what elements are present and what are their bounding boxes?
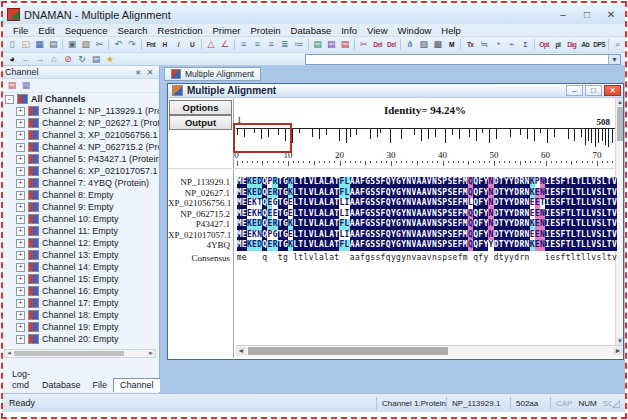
alignment-hscrollbar[interactable]: ◄ ► xyxy=(236,345,623,357)
sequence-name[interactable]: NP_062715.2 xyxy=(168,209,230,220)
scroll-right-icon[interactable]: ► xyxy=(148,350,154,357)
sequence-purple-icon[interactable]: ▤ xyxy=(324,38,338,51)
document-tab[interactable]: Multiple Alignment xyxy=(164,67,261,81)
channel-tree-item[interactable]: +Channel 17: Empty xyxy=(2,297,159,309)
save-channel-icon[interactable]: ▦ xyxy=(19,79,33,92)
menu-item-primer[interactable]: Primer xyxy=(207,24,245,37)
menu-item-info[interactable]: Info xyxy=(336,24,362,37)
cut-sequence-icon[interactable]: ✂ xyxy=(357,38,371,51)
dps-icon[interactable]: DPS xyxy=(592,38,606,51)
align-center-icon[interactable]: ≡ xyxy=(250,38,264,51)
identity-overview-plot[interactable] xyxy=(236,128,617,149)
minimize-button[interactable]: – xyxy=(551,7,575,22)
chevron-down-icon[interactable]: ▼ xyxy=(608,55,620,64)
channel-tree-item[interactable]: +Channel 18: Empty xyxy=(2,309,159,321)
align-right-icon[interactable]: ≡ xyxy=(264,38,278,51)
tree-root-all-channels[interactable]: -All Channels xyxy=(2,93,159,105)
channel-tree-item[interactable]: +Channel 16: Empty xyxy=(2,285,159,297)
tree-expander-icon[interactable]: + xyxy=(16,143,25,152)
channel-tree-item[interactable]: +Channel 1: NP_113929.1 (Protein) xyxy=(2,105,159,117)
channel-tree-item[interactable]: +Channel 5: P43427.1 (Protein) xyxy=(2,153,159,165)
angle-tool-icon[interactable]: ∠ xyxy=(218,38,232,51)
tree-expander-icon[interactable]: + xyxy=(16,275,25,284)
save-file-icon[interactable]: ▦ xyxy=(33,38,47,51)
sequence-name[interactable]: NP_113929.1 xyxy=(168,177,230,188)
options-button[interactable]: Options xyxy=(169,100,232,115)
antibody-icon[interactable]: Ab xyxy=(579,38,593,51)
scroll-right-icon[interactable]: ► xyxy=(613,347,623,355)
font-icon[interactable]: Fnt xyxy=(144,38,158,51)
underline-icon[interactable]: U xyxy=(185,38,199,51)
stop-icon[interactable]: ⊘ xyxy=(61,53,75,66)
phylo-tree-icon[interactable]: ⋔ xyxy=(403,38,417,51)
close-panel-icon[interactable]: ✕ xyxy=(144,68,156,77)
channel-tree-item[interactable]: +Channel 11: Empty xyxy=(2,225,159,237)
channel-tree-item[interactable]: +Channel 12: Empty xyxy=(2,237,159,249)
menu-item-help[interactable]: Help xyxy=(436,24,466,37)
undo-icon[interactable]: ↶ xyxy=(111,38,125,51)
browser-icon[interactable]: ◕ xyxy=(5,53,19,66)
isoelectric-point-icon[interactable]: pI xyxy=(551,38,565,51)
print-icon[interactable]: ▤ xyxy=(46,38,60,51)
tree-expander-icon[interactable]: + xyxy=(16,107,25,116)
channel-tree-item[interactable]: +Channel 10: Empty xyxy=(2,213,159,225)
italic-icon[interactable]: / xyxy=(172,38,186,51)
menu-item-file[interactable]: File xyxy=(8,24,33,37)
tree-expander-icon[interactable]: - xyxy=(5,95,14,104)
scroll-left-icon[interactable]: ◄ xyxy=(236,347,246,355)
tree-expander-icon[interactable]: + xyxy=(16,191,25,200)
tree-expander-icon[interactable]: + xyxy=(16,131,25,140)
home-icon[interactable]: ⌂ xyxy=(47,53,61,66)
export-channel-icon[interactable]: ▤ xyxy=(5,79,19,92)
alignment-window-titlebar[interactable]: Multiple Alignment – □ ✕ xyxy=(168,84,623,98)
panel-tab-database[interactable]: Database xyxy=(36,379,87,392)
forward-icon[interactable]: → xyxy=(33,53,47,66)
translate-icon[interactable]: Tx xyxy=(463,38,477,51)
menu-item-database[interactable]: Database xyxy=(286,24,337,37)
sequence-name[interactable]: XP_021017057.1 xyxy=(168,230,230,241)
scroll-up-icon[interactable]: ▲ xyxy=(616,98,623,106)
channel-tree-item[interactable]: +Channel 9: Empty xyxy=(2,201,159,213)
channel-tree-item[interactable]: +Channel 6: XP_021017057.1 (Prote xyxy=(2,165,159,177)
header-icon[interactable]: H xyxy=(158,38,172,51)
triangle-tool-icon[interactable]: △ xyxy=(204,38,218,51)
resize-grip-icon[interactable]: ◿ xyxy=(612,397,625,410)
tree-expander-icon[interactable]: + xyxy=(16,335,25,344)
maximize-button[interactable]: □ xyxy=(575,7,599,22)
tree-expander-icon[interactable]: + xyxy=(16,155,25,164)
copy-icon[interactable]: ▣ xyxy=(65,38,79,51)
back-icon[interactable]: ← xyxy=(19,53,33,66)
analysis-icon[interactable]: Σ xyxy=(518,38,532,51)
primer-icon[interactable]: ⌁ xyxy=(505,38,519,51)
panel-tab-channel[interactable]: Channel xyxy=(113,378,161,392)
optimize-icon[interactable]: Opt xyxy=(537,38,551,51)
tree-expander-icon[interactable]: + xyxy=(16,251,25,260)
sequence-red-icon[interactable]: ▤ xyxy=(338,38,352,51)
open-file-icon[interactable]: ◱ xyxy=(19,38,33,51)
menu-item-protein[interactable]: Protein xyxy=(245,24,285,37)
panel-tab-file[interactable]: File xyxy=(87,379,114,392)
paste-icon[interactable]: ▧ xyxy=(79,38,93,51)
tree-expander-icon[interactable]: + xyxy=(16,239,25,248)
scroll-left-icon[interactable]: ◄ xyxy=(6,350,12,357)
tree-expander-icon[interactable]: + xyxy=(16,179,25,188)
clock-icon[interactable]: ◔ xyxy=(491,38,505,51)
channel-tree-item[interactable]: +Channel 13: Empty xyxy=(2,249,159,261)
tree-expander-icon[interactable]: + xyxy=(16,323,25,332)
tree-expander-icon[interactable]: + xyxy=(16,299,25,308)
channel-tree-item[interactable]: +Channel 3: XP_021056756.1 (Prote xyxy=(2,129,159,141)
sequence-name[interactable]: Consensus xyxy=(168,253,230,264)
delete-sequence-icon[interactable]: Del xyxy=(371,38,385,51)
inner-minimize-button[interactable]: – xyxy=(566,85,583,96)
menu-item-search[interactable]: Search xyxy=(112,24,152,37)
delete-all-icon[interactable]: Del xyxy=(384,38,398,51)
channel-tree-item[interactable]: +Channel 4: NP_062715.2 (Protein) xyxy=(2,141,159,153)
favorites-icon[interactable]: ★ xyxy=(103,53,117,66)
menu-item-view[interactable]: View xyxy=(362,24,392,37)
output-button[interactable]: Output xyxy=(169,115,232,130)
redo-icon[interactable]: ↷ xyxy=(125,38,139,51)
channel-tree-item[interactable]: +Channel 2: NP_02627.1 (Protein) xyxy=(2,117,159,129)
menu-item-sequence[interactable]: Sequence xyxy=(60,24,113,37)
digest-icon[interactable]: Dig xyxy=(565,38,579,51)
inner-maximize-button[interactable]: □ xyxy=(585,85,602,96)
